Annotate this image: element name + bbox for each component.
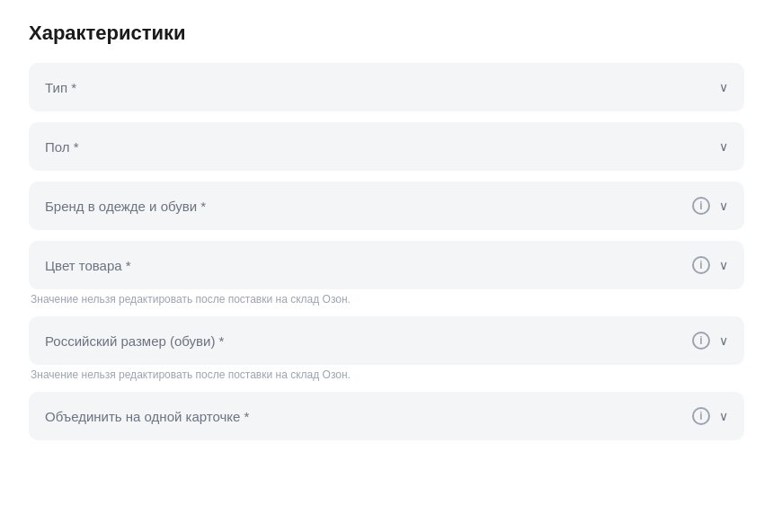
select-gender[interactable]: Пол *∨ bbox=[29, 122, 744, 171]
hint-color: Значение нельзя редактировать после пост… bbox=[29, 293, 744, 306]
chevron-down-icon: ∨ bbox=[719, 199, 728, 213]
select-color[interactable]: Цвет товара *i∨ bbox=[29, 241, 744, 289]
label-gender: Пол * bbox=[45, 139, 79, 155]
info-icon[interactable]: i bbox=[692, 256, 710, 274]
select-merge[interactable]: Объединить на одной карточке *i∨ bbox=[29, 392, 744, 440]
select-brand[interactable]: Бренд в одежде и обуви *i∨ bbox=[29, 182, 744, 230]
chevron-down-icon: ∨ bbox=[719, 80, 728, 94]
label-size: Российский размер (обуви) * bbox=[45, 333, 224, 349]
label-color: Цвет товара * bbox=[45, 258, 131, 273]
icons-merge: i∨ bbox=[692, 407, 728, 425]
hint-size: Значение нельзя редактировать после пост… bbox=[29, 368, 744, 381]
characteristics-form: Тип *∨Пол *∨Бренд в одежде и обуви *i∨Цв… bbox=[29, 63, 744, 440]
icons-brand: i∨ bbox=[692, 197, 728, 215]
icons-color: i∨ bbox=[692, 256, 728, 274]
info-icon[interactable]: i bbox=[692, 197, 710, 215]
icons-gender: ∨ bbox=[717, 139, 728, 154]
info-icon[interactable]: i bbox=[692, 332, 710, 350]
label-merge: Объединить на одной карточке * bbox=[45, 409, 249, 424]
field-wrapper-type: Тип *∨ bbox=[29, 63, 744, 111]
chevron-down-icon: ∨ bbox=[719, 333, 728, 348]
field-wrapper-brand: Бренд в одежде и обуви *i∨ bbox=[29, 182, 744, 230]
label-brand: Бренд в одежде и обуви * bbox=[45, 199, 206, 214]
chevron-down-icon: ∨ bbox=[719, 409, 728, 423]
icons-size: i∨ bbox=[692, 332, 728, 350]
info-icon[interactable]: i bbox=[692, 407, 710, 425]
select-type[interactable]: Тип *∨ bbox=[29, 63, 744, 111]
field-wrapper-size: Российский размер (обуви) *i∨Значение не… bbox=[29, 316, 744, 381]
field-wrapper-gender: Пол *∨ bbox=[29, 122, 744, 171]
page-title: Характеристики bbox=[29, 22, 744, 45]
icons-type: ∨ bbox=[717, 80, 728, 94]
chevron-down-icon: ∨ bbox=[719, 258, 728, 272]
select-size[interactable]: Российский размер (обуви) *i∨ bbox=[29, 316, 744, 365]
field-wrapper-color: Цвет товара *i∨Значение нельзя редактиро… bbox=[29, 241, 744, 306]
chevron-down-icon: ∨ bbox=[719, 139, 728, 154]
label-type: Тип * bbox=[45, 80, 76, 95]
field-wrapper-merge: Объединить на одной карточке *i∨ bbox=[29, 392, 744, 440]
